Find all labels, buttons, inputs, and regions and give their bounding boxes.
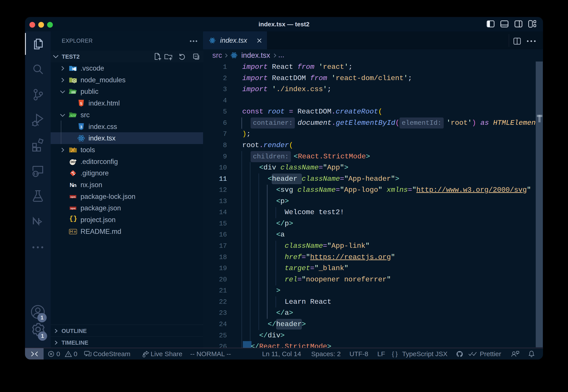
svg-text:5: 5 xyxy=(80,101,82,106)
svg-text:N: N xyxy=(70,182,74,188)
svg-text:npm: npm xyxy=(70,196,75,198)
svg-text:3: 3 xyxy=(80,125,82,129)
svg-text:JS: JS xyxy=(73,80,76,82)
svg-text:</>: </> xyxy=(70,114,76,117)
svg-text:npm: npm xyxy=(70,207,75,210)
